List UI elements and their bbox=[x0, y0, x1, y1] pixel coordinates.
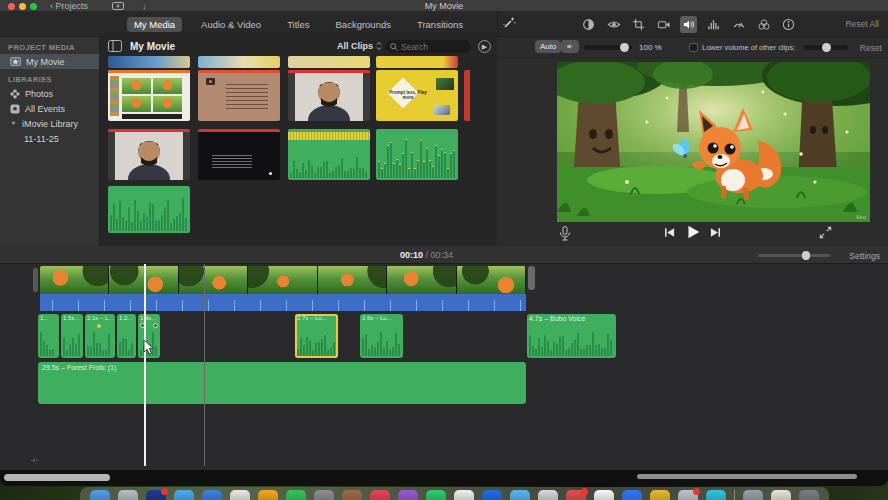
dock-app-icon[interactable] bbox=[286, 490, 306, 500]
dock-app-icon[interactable] bbox=[314, 490, 334, 500]
media-thumb-partial[interactable] bbox=[376, 56, 458, 68]
media-thumb-webcam[interactable] bbox=[108, 129, 190, 180]
fullscreen-icon[interactable] bbox=[819, 226, 832, 239]
media-thumb-partial[interactable] bbox=[108, 56, 190, 68]
dock-app-icon[interactable] bbox=[426, 490, 446, 500]
sidebar-item-event-date[interactable]: 11-11-25 bbox=[0, 131, 99, 146]
dock-app-icon[interactable] bbox=[743, 490, 763, 500]
clip-filter-dropdown[interactable]: All Clips bbox=[337, 41, 382, 51]
dock-app-icon[interactable] bbox=[342, 490, 362, 500]
fade-handle[interactable] bbox=[153, 323, 158, 328]
dock-app-icon[interactable] bbox=[566, 490, 586, 500]
audio-clip[interactable]: 2.6s – Lu... bbox=[360, 314, 403, 358]
sidebar-toggle-icon[interactable] bbox=[108, 40, 122, 52]
volume-slider[interactable] bbox=[584, 45, 632, 50]
dock-app-icon[interactable] bbox=[678, 490, 698, 500]
filmstrip-frame[interactable] bbox=[387, 266, 456, 294]
horizontal-scrollbar-thumb[interactable] bbox=[637, 474, 857, 479]
filmstrip-frame[interactable] bbox=[179, 266, 248, 294]
dock-app-icon[interactable] bbox=[594, 490, 614, 500]
volume-slider-knob[interactable] bbox=[620, 43, 629, 52]
timeline-zoom-knob[interactable] bbox=[802, 251, 810, 260]
audio-clip[interactable]: 4.7s – Bobo Voice bbox=[527, 314, 616, 358]
timeline[interactable]: 1... 1.5s... 2.1s – L... 1.2... 1.9s... bbox=[0, 264, 888, 470]
stabilization-icon[interactable] bbox=[655, 16, 672, 33]
media-thumb-screenshot[interactable] bbox=[108, 70, 190, 121]
volume-icon[interactable] bbox=[680, 16, 697, 33]
lower-volume-checkbox[interactable] bbox=[689, 43, 698, 52]
media-thumb-audio[interactable] bbox=[376, 129, 458, 180]
clip-trim-handle[interactable] bbox=[33, 268, 38, 292]
dock-app-icon[interactable] bbox=[202, 490, 222, 500]
tab-titles[interactable]: Titles bbox=[280, 17, 316, 32]
sidebar-item-my-movie[interactable]: My Movie bbox=[0, 54, 99, 69]
playhead[interactable] bbox=[144, 264, 146, 466]
timeline-zoom-slider[interactable] bbox=[758, 254, 830, 257]
filmstrip-frame[interactable] bbox=[318, 266, 387, 294]
mute-speaker-button[interactable] bbox=[561, 40, 579, 53]
audio-clip-selected[interactable]: 2.7s – Lu... bbox=[295, 314, 338, 358]
sidebar-item-photos[interactable]: Photos bbox=[0, 86, 99, 101]
lower-volume-knob[interactable] bbox=[822, 43, 831, 52]
dock-app-icon[interactable] bbox=[398, 490, 418, 500]
audio-clip[interactable]: 2.1s – L... bbox=[85, 314, 115, 358]
speed-icon[interactable] bbox=[730, 16, 747, 33]
info-icon[interactable] bbox=[780, 16, 797, 33]
auto-button[interactable]: Auto bbox=[535, 40, 561, 53]
sidebar-item-imovie-library[interactable]: ▼ iMovie Library bbox=[0, 116, 99, 131]
search-field[interactable] bbox=[385, 40, 471, 53]
tab-my-media[interactable]: My Media bbox=[127, 17, 182, 32]
horizontal-scrollbar-thumb[interactable] bbox=[4, 474, 110, 481]
dock-app-icon[interactable] bbox=[622, 490, 642, 500]
media-thumb-audio[interactable] bbox=[108, 186, 190, 233]
preview-viewer[interactable]: Veo bbox=[557, 62, 870, 222]
dock-app-icon[interactable] bbox=[706, 490, 726, 500]
disclosure-chevron-icon[interactable]: ▼ bbox=[10, 121, 17, 127]
media-thumb-partial[interactable] bbox=[288, 56, 370, 68]
media-thumb-audio[interactable] bbox=[288, 129, 370, 180]
clip-filter-icon[interactable] bbox=[755, 16, 772, 33]
tab-audio-video[interactable]: Audio & Video bbox=[194, 17, 268, 32]
enhance-wand-icon[interactable] bbox=[502, 16, 516, 30]
dock-app-icon[interactable] bbox=[370, 490, 390, 500]
filmstrip-frame[interactable] bbox=[40, 266, 109, 294]
continue-circle-icon[interactable]: ▶ bbox=[478, 40, 491, 53]
media-thumb-document[interactable] bbox=[198, 70, 280, 121]
skip-back-icon[interactable] bbox=[663, 226, 676, 239]
media-thumb-terminal[interactable] bbox=[198, 129, 280, 180]
reset-all-button[interactable]: Reset All bbox=[845, 19, 879, 29]
tab-transitions[interactable]: Transitions bbox=[410, 17, 470, 32]
media-thumb-slide[interactable]: Prompt less, Play more bbox=[376, 70, 458, 121]
filmstrip-frame[interactable] bbox=[248, 266, 317, 294]
video-audio-track[interactable] bbox=[40, 294, 526, 311]
dock-app-icon[interactable] bbox=[258, 490, 278, 500]
filmstrip-frame[interactable] bbox=[457, 266, 526, 294]
audio-clip[interactable]: 1.2... bbox=[117, 314, 136, 358]
dock-app-icon[interactable] bbox=[454, 490, 474, 500]
dock-app-icon[interactable] bbox=[90, 490, 110, 500]
media-thumb-partial[interactable] bbox=[464, 70, 470, 121]
noise-reduction-icon[interactable] bbox=[705, 16, 722, 33]
dock-app-icon[interactable] bbox=[118, 490, 138, 500]
skip-forward-icon[interactable] bbox=[709, 226, 722, 239]
tab-backgrounds[interactable]: Backgrounds bbox=[329, 17, 398, 32]
audio-clip[interactable]: 1... bbox=[38, 314, 59, 358]
color-balance-icon[interactable] bbox=[580, 16, 597, 33]
dock-app-icon[interactable] bbox=[230, 490, 250, 500]
reset-button[interactable]: Reset bbox=[860, 43, 882, 53]
dock-app-icon[interactable] bbox=[650, 490, 670, 500]
settings-button[interactable]: Settings bbox=[849, 251, 880, 261]
dock-app-icon[interactable] bbox=[538, 490, 558, 500]
sidebar-item-all-events[interactable]: All Events bbox=[0, 101, 99, 116]
lower-volume-slider[interactable] bbox=[804, 45, 848, 50]
microphone-icon[interactable] bbox=[559, 226, 571, 241]
play-icon[interactable] bbox=[685, 224, 701, 240]
clip-trim-handle[interactable] bbox=[528, 266, 535, 290]
dock-app-icon[interactable] bbox=[799, 490, 819, 500]
crop-icon[interactable] bbox=[630, 16, 647, 33]
filmstrip[interactable] bbox=[40, 266, 526, 294]
media-thumb-partial[interactable] bbox=[198, 56, 280, 68]
volume-keyframe-dot[interactable] bbox=[97, 324, 101, 328]
search-input[interactable] bbox=[401, 42, 461, 52]
dock-app-icon[interactable] bbox=[510, 490, 530, 500]
